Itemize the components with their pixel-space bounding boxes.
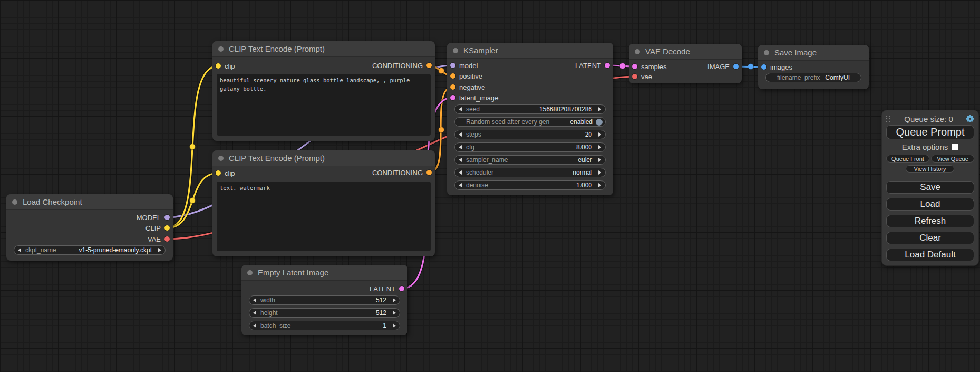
prev-value-icon[interactable] (253, 298, 256, 302)
port-dot-latent[interactable] (399, 286, 404, 291)
refresh-button[interactable]: Refresh (886, 215, 974, 227)
node-header[interactable]: KSampler (447, 43, 613, 59)
view-history-button[interactable]: View History (906, 165, 954, 173)
node-header[interactable]: CLIP Text Encode (Prompt) (212, 41, 435, 57)
widget-seed[interactable]: seed 156680208700286 (454, 104, 606, 114)
node-save-image[interactable]: Save Image images filename_prefix ComfyU… (758, 45, 869, 89)
node-load-checkpoint[interactable]: Load Checkpoint MODEL CLIP VAE ckpt_name… (6, 194, 173, 261)
input-slot-clip[interactable]: clip (216, 169, 235, 177)
input-slot-negative[interactable]: negative (450, 83, 485, 91)
prev-value-icon[interactable] (459, 132, 462, 137)
prev-value-icon[interactable] (459, 158, 462, 162)
port-dot-model[interactable] (450, 63, 455, 68)
port-dot-conditioning[interactable] (426, 170, 432, 175)
input-slot-clip[interactable]: clip (216, 62, 235, 70)
port-dot-samples[interactable] (632, 64, 637, 69)
input-slot-images[interactable]: images (761, 63, 792, 71)
widget-width[interactable]: width 512 (249, 295, 400, 305)
node-vae-decode[interactable]: VAE Decode samples vae IMAGE (629, 44, 742, 83)
input-slot-positive[interactable]: positive (450, 72, 482, 80)
widget-filename-prefix[interactable]: filename_prefix ComfyUI (765, 73, 861, 82)
port-dot-clip[interactable] (216, 63, 221, 69)
queue-front-button[interactable]: Queue Front (886, 155, 929, 163)
widget-cfg[interactable]: cfg 8.000 (454, 142, 606, 152)
port-dot-vae[interactable] (632, 74, 637, 79)
widget-batch-size[interactable]: batch_size 1 (249, 321, 400, 330)
save-button[interactable]: Save (886, 181, 974, 194)
next-value-icon[interactable] (393, 298, 396, 302)
prev-value-icon[interactable] (459, 145, 462, 149)
extra-options-checkbox[interactable] (952, 144, 958, 150)
next-value-icon[interactable] (598, 170, 601, 175)
widget-ckpt-name[interactable]: ckpt_name v1-5-pruned-emaonly.ckpt (14, 245, 166, 255)
output-slot-vae[interactable]: VAE (148, 235, 170, 243)
collapse-dot-icon[interactable] (12, 199, 17, 205)
port-dot-latent[interactable] (605, 63, 610, 68)
port-dot-conditioning[interactable] (426, 63, 432, 68)
next-value-icon[interactable] (598, 132, 601, 137)
port-dot-clip[interactable] (164, 225, 170, 231)
node-ksampler[interactable]: KSampler model positive negative latent_… (447, 43, 613, 195)
port-dot-model[interactable] (164, 215, 170, 220)
widget-random-seed[interactable]: Random seed after every gen enabled (454, 117, 606, 127)
collapse-dot-icon[interactable] (218, 156, 224, 161)
widget-sampler-name[interactable]: sampler_name euler (454, 155, 606, 165)
next-value-icon[interactable] (393, 323, 396, 328)
load-button[interactable]: Load (886, 198, 974, 211)
load-default-button[interactable]: Load Default (886, 249, 974, 261)
port-dot-images[interactable] (761, 64, 766, 70)
node-header[interactable]: Load Checkpoint (6, 194, 173, 210)
output-slot-latent[interactable]: LATENT (575, 61, 610, 70)
port-dot-negative[interactable] (450, 84, 455, 90)
widget-height[interactable]: height 512 (249, 308, 400, 318)
node-clip-text-encode-negative[interactable]: CLIP Text Encode (Prompt) clip CONDITION… (212, 150, 435, 256)
next-value-icon[interactable] (598, 183, 601, 187)
node-header[interactable]: Empty Latent Image (241, 265, 407, 281)
queue-prompt-button[interactable]: Queue Prompt (886, 125, 974, 139)
node-graph-canvas[interactable]: Load Checkpoint MODEL CLIP VAE ckpt_name… (0, 0, 980, 372)
node-empty-latent-image[interactable]: Empty Latent Image LATENT width 512 heig… (241, 265, 407, 335)
input-slot-latent-image[interactable]: latent_image (450, 93, 498, 102)
output-slot-image[interactable]: IMAGE (707, 62, 739, 71)
view-queue-button[interactable]: View Queue (931, 155, 974, 163)
prompt-textarea[interactable]: beautiful scenery nature glass bottle la… (217, 74, 431, 136)
output-slot-latent[interactable]: LATENT (370, 284, 404, 293)
output-slot-conditioning[interactable]: CONDITIONING (372, 168, 432, 177)
node-header[interactable]: CLIP Text Encode (Prompt) (212, 150, 435, 166)
widget-denoise[interactable]: denoise 1.000 (454, 180, 606, 190)
input-slot-vae[interactable]: vae (632, 72, 652, 81)
next-value-icon[interactable] (598, 158, 601, 162)
port-dot-positive[interactable] (450, 73, 455, 79)
drag-handle-icon[interactable] (886, 116, 891, 122)
clear-button[interactable]: Clear (886, 232, 974, 244)
node-clip-text-encode-positive[interactable]: CLIP Text Encode (Prompt) clip CONDITION… (212, 41, 435, 141)
next-value-icon[interactable] (598, 145, 601, 149)
output-slot-model[interactable]: MODEL (137, 213, 170, 222)
collapse-dot-icon[interactable] (764, 50, 769, 55)
prev-value-icon[interactable] (18, 248, 21, 252)
output-slot-clip[interactable]: CLIP (145, 224, 170, 232)
input-slot-samples[interactable]: samples (632, 62, 666, 71)
port-dot-clip[interactable] (216, 170, 221, 176)
next-value-icon[interactable] (393, 311, 396, 315)
collapse-dot-icon[interactable] (635, 49, 640, 54)
widget-scheduler[interactable]: scheduler normal (454, 168, 606, 177)
port-dot-vae[interactable] (164, 236, 170, 242)
collapse-dot-icon[interactable] (247, 270, 253, 275)
prev-value-icon[interactable] (459, 107, 462, 111)
output-slot-conditioning[interactable]: CONDITIONING (372, 61, 432, 70)
toggle-knob-icon[interactable] (596, 119, 603, 126)
prev-value-icon[interactable] (459, 170, 462, 175)
next-value-icon[interactable] (598, 107, 601, 111)
port-dot-image[interactable] (733, 64, 739, 69)
collapse-dot-icon[interactable] (453, 48, 458, 53)
prev-value-icon[interactable] (253, 311, 256, 315)
prev-value-icon[interactable] (253, 323, 256, 328)
node-header[interactable]: Save Image (758, 45, 869, 61)
prev-value-icon[interactable] (459, 183, 462, 187)
prompt-textarea[interactable]: text, watermark (217, 182, 431, 251)
next-value-icon[interactable] (158, 248, 161, 252)
input-slot-model[interactable]: model (450, 61, 478, 70)
gear-icon[interactable] (966, 115, 974, 123)
node-header[interactable]: VAE Decode (629, 44, 742, 60)
